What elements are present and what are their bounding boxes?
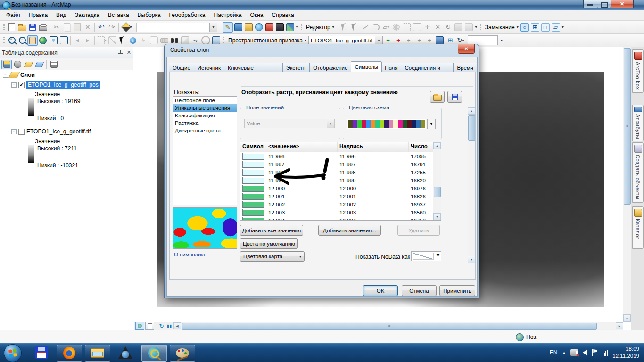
taskbar-paint-button[interactable] [170, 345, 195, 362]
identify-tool[interactable]: i [128, 35, 138, 46]
reshape-tool[interactable] [402, 22, 412, 33]
map-h-scrollbar[interactable]: ≡ [181, 322, 616, 329]
network-signal-icon[interactable] [603, 350, 608, 356]
data-view-button[interactable] [135, 322, 144, 330]
table-scrollbar[interactable]: ▲ ▼ [433, 142, 441, 220]
undo-button[interactable]: ↶ [96, 22, 107, 33]
layer-name[interactable]: ETOPO1_Ice_g_geotiff.tif [26, 128, 91, 135]
collapse-icon[interactable]: − [3, 73, 8, 78]
restore-button[interactable] [597, 0, 611, 8]
new-document-button[interactable] [7, 22, 17, 33]
value-color-swatch[interactable] [242, 177, 264, 184]
count-cell[interactable]: 17255 [409, 170, 434, 175]
trim-tool[interactable]: ✕ [433, 22, 443, 33]
layer-name-selected[interactable]: ETOPO1_Ice_g_geotiff_pos [26, 81, 100, 89]
collapse-icon[interactable]: − [11, 129, 17, 134]
menu-item[interactable]: Справка [267, 10, 298, 20]
dialog-tab[interactable]: Соединения и Связи [401, 63, 454, 72]
label-cell[interactable]: 11 999 [338, 178, 409, 183]
count-cell[interactable]: 16820 [409, 178, 434, 183]
open-button[interactable] [17, 22, 27, 33]
save-symbology-button[interactable] [447, 91, 462, 103]
tab-create-features[interactable]: Создать объекты [632, 142, 644, 203]
python-window-button[interactable] [274, 22, 285, 33]
toolbar-grip[interactable] [480, 24, 481, 31]
label-cell[interactable]: 12 000 [338, 186, 409, 191]
label-cell[interactable]: 12 004 [338, 218, 409, 221]
column-header-count[interactable]: Число [409, 142, 434, 152]
tab-catalog[interactable]: Каталог [632, 206, 644, 249]
label-cell[interactable]: 11 996 [338, 154, 409, 159]
minimize-button[interactable] [583, 0, 598, 8]
catalog-window-button[interactable] [243, 22, 254, 33]
dialog-tab[interactable]: Поля [381, 63, 401, 72]
toolbar-overflow-icon[interactable]: ▾ [296, 25, 298, 29]
default-colors-button[interactable]: Цвета по умолчанию [240, 238, 298, 249]
search-window-button[interactable] [254, 22, 264, 33]
rotate-tool[interactable]: ↻ [443, 22, 454, 33]
sketch-line-tool[interactable] [360, 22, 371, 33]
count-cell[interactable]: 16976 [409, 186, 434, 191]
renderer-option[interactable]: Классификация [173, 112, 237, 119]
sketch-arc-tool[interactable] [371, 22, 381, 33]
split-tool[interactable] [412, 22, 422, 33]
value-cell[interactable]: 12 004 [266, 218, 338, 221]
scroll-right-button[interactable]: ► [616, 322, 623, 329]
tray-expand-icon[interactable]: ▲ [562, 351, 566, 355]
menu-item[interactable]: Окна [246, 10, 268, 20]
list-by-drawing-order-button[interactable] [1, 60, 12, 69]
fixed-zoom-out-button[interactable] [58, 35, 69, 46]
renderer-option[interactable]: Растяжка [173, 119, 237, 127]
start-button[interactable] [4, 344, 22, 362]
value-color-swatch[interactable] [242, 169, 264, 176]
count-cell[interactable]: 16758 [409, 218, 434, 221]
toc-root-node[interactable]: − Слои [3, 72, 35, 78]
edit-annotation-tool[interactable] [350, 22, 360, 33]
toolbar-overflow-icon[interactable]: ▾ [562, 25, 564, 29]
map-scale-combo[interactable]: ▼ [136, 23, 217, 32]
refresh-view-button[interactable]: ↻ [157, 322, 165, 329]
value-cell[interactable]: 12 002 [266, 202, 338, 207]
value-row[interactable]: 11 999 11 999 16820 [240, 176, 441, 184]
toolbar-grip[interactable] [3, 24, 5, 31]
ok-button[interactable]: OK [363, 285, 398, 296]
modelbuilder-button[interactable] [285, 22, 295, 33]
window-titlebar[interactable]: Без названия - ArcMap ✕ [0, 0, 644, 10]
menu-item[interactable]: Правка [25, 10, 52, 20]
scroll-down-button[interactable]: ▼ [623, 314, 631, 322]
value-color-swatch[interactable] [242, 201, 264, 208]
map-v-scrollbar[interactable]: ≡ ▼ [623, 47, 631, 322]
edit-tool-button[interactable]: ✎ [223, 22, 233, 33]
edit-select-tool[interactable] [339, 22, 350, 33]
layout-view-button[interactable] [145, 322, 154, 330]
toolbar-grip[interactable] [3, 37, 5, 44]
sketch-polygon-tool[interactable]: ▱▾ [381, 22, 391, 33]
taskbar-arcglobe-icon[interactable] [113, 345, 138, 361]
hyperlink-tool[interactable]: ϟ [138, 35, 149, 46]
count-cell[interactable]: 17095 [409, 154, 434, 159]
menu-item[interactable]: Закладка [71, 10, 104, 20]
print-button[interactable] [38, 22, 48, 33]
renderer-option[interactable]: Уникальные значения [173, 104, 237, 112]
dialog-tab[interactable]: Источник [194, 63, 224, 72]
list-by-source-button[interactable] [12, 60, 23, 69]
toolbar-grip[interactable] [223, 37, 224, 44]
add-data-button[interactable]: ▾ [120, 22, 134, 33]
layer-checkbox-checked[interactable]: ✔ [18, 82, 25, 88]
delete-button[interactable]: ✕ [83, 22, 93, 33]
list-by-visibility-button[interactable] [23, 60, 33, 69]
renderer-option[interactable]: Дискретные цвета [173, 127, 237, 134]
apply-button[interactable]: Применить [439, 285, 475, 296]
value-color-swatch[interactable] [242, 209, 264, 216]
pause-drawing-button[interactable]: ▮▮ [165, 322, 173, 329]
dialog-tab[interactable]: Отображение [310, 63, 351, 72]
dialog-close-button[interactable]: ✕ [458, 44, 475, 54]
page-scrollbar[interactable]: ▲ ▼ [468, 107, 475, 263]
back-extent-button[interactable]: ◄ [72, 35, 83, 46]
value-color-swatch[interactable] [242, 193, 264, 200]
nodata-symbol-dropdown[interactable]: ▼ [411, 251, 441, 261]
sketch-properties-button[interactable] [464, 22, 474, 33]
value-row[interactable]: 12 000 12 000 16976 [240, 184, 441, 192]
value-cell[interactable]: 11 998 [266, 170, 338, 175]
import-symbology-button[interactable] [430, 91, 445, 103]
